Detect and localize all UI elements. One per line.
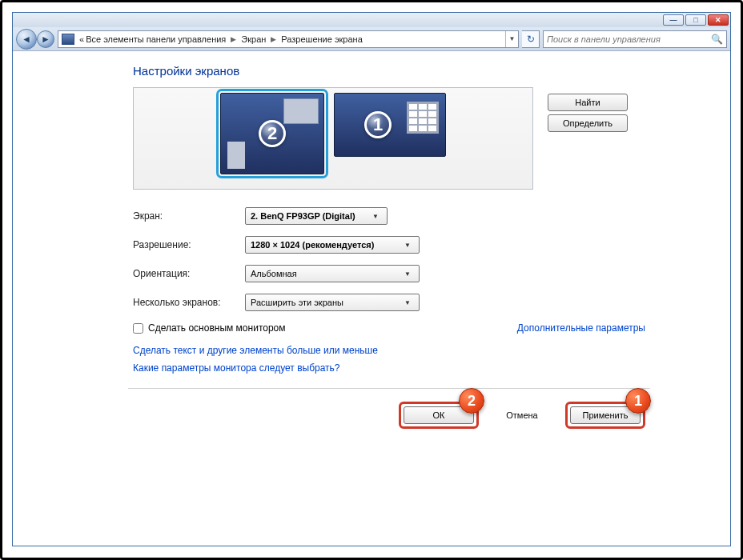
titlebar: — □ ✕ (13, 13, 730, 27)
which-settings-link[interactable]: Какие параметры монитора следует выбрать… (133, 362, 645, 374)
primary-monitor-label: Сделать основным монитором (148, 322, 286, 334)
resolution-label: Разрешение: (133, 239, 245, 250)
orientation-dropdown[interactable]: Альбомная ▼ (245, 265, 420, 282)
screen-label: Экран: (133, 210, 245, 222)
content-area: Настройки экранов 2 (13, 51, 730, 546)
apply-highlight: Применить 1 (565, 402, 645, 429)
identify-button[interactable]: Определить (548, 114, 628, 132)
chevron-right-icon: ▶ (271, 35, 276, 43)
breadcrumb[interactable]: « Все элементы панели управления ▶ Экран… (58, 30, 519, 48)
resolution-dropdown[interactable]: 1280 × 1024 (рекомендуется) ▼ (245, 236, 420, 254)
cancel-button[interactable]: Отмена (487, 406, 557, 424)
advanced-settings-link[interactable]: Дополнительные параметры (517, 322, 645, 334)
minimize-button[interactable]: — (663, 14, 684, 26)
page-title: Настройки экранов (133, 64, 645, 78)
ok-highlight: ОК 2 (399, 402, 479, 429)
callout-1: 1 (625, 388, 651, 414)
monitor-number-badge: 2 (259, 120, 286, 147)
chevron-right-icon: ▶ (231, 35, 236, 43)
text-size-link[interactable]: Сделать текст и другие элементы больше и… (133, 345, 645, 356)
refresh-button[interactable]: ↻ (522, 30, 540, 48)
search-box: 🔍 (543, 30, 727, 48)
multiple-displays-dropdown[interactable]: Расширить эти экраны ▼ (245, 294, 420, 311)
back-button[interactable]: ◄ (16, 29, 37, 50)
chevron-down-icon: ▼ (369, 210, 382, 222)
chevron-down-icon: ▼ (401, 296, 414, 309)
forward-button[interactable]: ► (37, 30, 54, 48)
monitor-preview[interactable]: 2 1 (133, 87, 533, 190)
address-bar: ◄ ► « Все элементы панели управления ▶ Э… (13, 27, 730, 51)
monitor-thumb-2[interactable]: 2 (220, 93, 324, 174)
find-button[interactable]: Найти (548, 94, 628, 111)
multiple-displays-label: Несколько экранов: (133, 297, 245, 308)
path-dropdown-button[interactable]: ▼ (505, 31, 518, 47)
maximize-button[interactable]: □ (685, 14, 706, 26)
chevron-down-icon: ▼ (401, 267, 414, 280)
close-button[interactable]: ✕ (708, 14, 729, 26)
callout-2: 2 (459, 388, 484, 414)
control-panel-icon (62, 34, 74, 45)
primary-monitor-checkbox[interactable] (133, 323, 143, 334)
window-frame: — □ ✕ ◄ ► « Все элементы панели управлен… (12, 12, 731, 546)
breadcrumb-seg[interactable]: Разрешение экрана (281, 34, 362, 44)
breadcrumb-seg[interactable]: Все элементы панели управления (86, 34, 226, 44)
search-input[interactable] (547, 34, 711, 44)
orientation-label: Ориентация: (133, 268, 245, 279)
monitor-number-badge: 1 (364, 111, 392, 138)
chevron-down-icon: ▼ (401, 238, 414, 251)
search-icon: 🔍 (711, 34, 723, 45)
breadcrumb-seg[interactable]: Экран (241, 34, 266, 44)
screen-dropdown[interactable]: 2. BenQ FP93GP (Digital) ▼ (245, 207, 388, 225)
monitor-thumb-1[interactable]: 1 (334, 93, 446, 157)
